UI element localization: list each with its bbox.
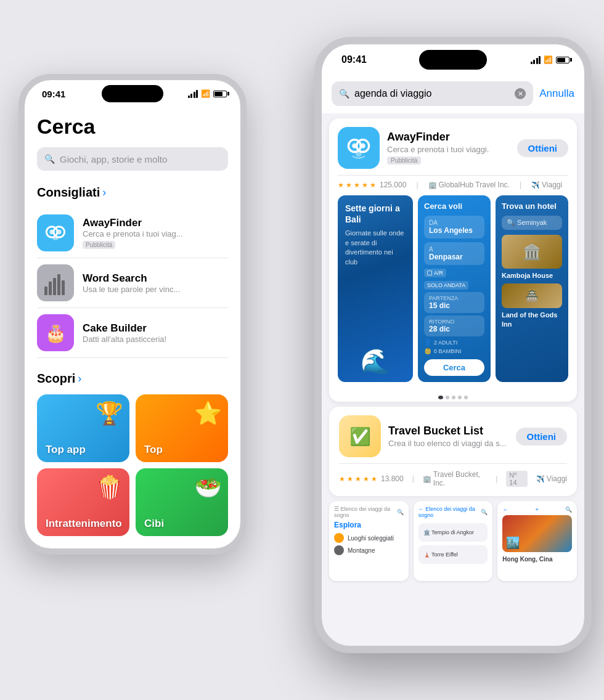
cakebuilder-info: Cake Builder Datti all'alta pasticceria! [83, 322, 228, 344]
hotel-title: Trova un hotel [502, 201, 562, 211]
search-icon: 🔍 [339, 89, 349, 99]
preview-list-item-2: 🗼 Torre Eiffel [418, 545, 488, 564]
svg-point-14 [361, 144, 365, 149]
preview-list-item-1: 🏛️ Tempio di Angkor [418, 523, 488, 542]
bucket-list-icon: ✅ [339, 415, 381, 457]
second-app-meta: ★ ★ ★ ★ ★ 13.800 | 🏢 Travel Bucket, Inc.… [339, 463, 567, 487]
awayfinder-info: AwayFinder Cerca e prenota i tuoi viag..… [83, 217, 228, 250]
cerca-button[interactable]: Cerca [424, 359, 484, 376]
partenza-row: PARTENZA 15 dic [424, 292, 484, 313]
bali-banner[interactable]: Sette giorni a Bali Giornate sulle onde … [338, 195, 413, 382]
preview-search-2: 🔍 [481, 509, 488, 515]
bucket-list-name: Travel Bucket List [388, 425, 508, 437]
promoted-app-info: AwayFinder Cerca e prenota i tuoi viaggi… [387, 131, 510, 165]
front-phone-time: 09:41 [341, 54, 367, 65]
dot-2 [446, 396, 449, 399]
preview-item-text-2: Montagne [348, 547, 375, 554]
back-phone-statusbar: 09:41 📶 [25, 80, 240, 107]
preview-frame-2[interactable]: ← Elenco dei viaggi da sogno 🔍 🏛️ Tempio… [414, 501, 493, 581]
list-item[interactable]: Word Search Usa le tue parole per vinc..… [37, 258, 228, 308]
scopri-card-cibi[interactable]: Cibi 🥗 [136, 468, 228, 536]
second-rating-count: 13.800 [381, 474, 404, 483]
clear-search-button[interactable]: ✕ [515, 88, 526, 99]
annulla-button[interactable]: Annulla [539, 88, 574, 100]
cerca-title: Cerca [37, 115, 228, 139]
cibi-emoji: 🥗 [194, 474, 222, 500]
adulti-icon: 👤 [424, 339, 431, 346]
preview-search-3: 🔍 [565, 507, 572, 513]
scopri-grid: Top app 🏆 Top ⭐ Intrattenimento 🍿 Cibi 🥗 [37, 394, 228, 536]
preview-frame-3[interactable]: ← + 🔍 🏙️ Hong Kong, Cina [497, 501, 577, 581]
hotel-image-2: 🏯 [502, 283, 562, 308]
hotel-banner[interactable]: Trova un hotel 🔍 Seminyak 🏛️ Kamboja Hou… [496, 195, 568, 382]
battery-icon [556, 57, 569, 63]
cibi-label: Cibi [144, 518, 164, 530]
rank-badge: Nº 14 [506, 471, 528, 487]
dot-5 [464, 396, 468, 399]
hotel-card-2: 🏯 Land of the Gods Inn [502, 283, 562, 328]
pub-badge: Pubblicità [83, 241, 115, 249]
preview-header-2: ← Elenco dei viaggi da sogno 🔍 [418, 506, 488, 518]
preview-frame-1[interactable]: ☰ Elenco dei viaggi da sogno 🔍 Esplora L… [329, 501, 409, 581]
back-phone-status-icons: 📶 [188, 89, 227, 98]
promoted-app-name: AwayFinder [387, 131, 510, 144]
ar-tag: A/R [424, 269, 446, 277]
bucket-list-ottieni-button[interactable]: Ottieni [516, 428, 568, 446]
voli-banner[interactable]: Cerca voli DA Los Angeles A Denpasar [418, 195, 491, 382]
svg-point-2 [53, 237, 59, 240]
flight-to: A Denpasar [424, 242, 484, 265]
preview-nav-2: ← Elenco dei viaggi da sogno [418, 506, 481, 518]
wordsearch-desc: Usa le tue parole per vinc... [83, 285, 228, 294]
wifi-icon: 📶 [201, 89, 210, 98]
wordsearch-icon [37, 264, 74, 301]
from-city: Los Angeles [429, 226, 480, 235]
preview-search-1: 🔍 [397, 509, 404, 515]
topapp-emoji: 🏆 [96, 401, 123, 426]
preview-item-2: Montagne [334, 545, 404, 555]
svg-point-4 [57, 230, 61, 234]
scopri-card-intrattenimento[interactable]: Intrattenimento 🍿 [37, 468, 129, 536]
voli-title: Cerca voli [424, 201, 484, 211]
from-label: DA [429, 219, 480, 226]
preview-title-1: Esplora [334, 521, 404, 529]
second-developer: 🏢 Travel Bucket, Inc. [423, 470, 487, 487]
front-phone: 09:41 📶 🔍 agenda di viag [314, 37, 592, 653]
battery-icon [213, 91, 227, 97]
wave-visual: 🌊 [338, 347, 413, 376]
hotel-search: 🔍 Seminyak [502, 216, 562, 230]
list-item[interactable]: AwayFinder Cerca e prenota i tuoi viag..… [37, 208, 228, 258]
front-phone-content: 🔍 agenda di viaggio ✕ Annulla [322, 75, 584, 646]
scopri-card-topapp[interactable]: Top app 🏆 [37, 394, 129, 462]
scopri-header: Scopri › [37, 372, 228, 386]
promoted-app-icon [338, 127, 380, 169]
back-search-box[interactable]: 🔍 Giochi, app, storie e molto [37, 147, 228, 171]
preview-nav-3: ← [502, 506, 508, 513]
svg-point-13 [352, 144, 357, 149]
scopri-section: Scopri › Top app 🏆 Top ⭐ Intrattenimento… [37, 372, 228, 536]
back-phone-time: 09:41 [42, 89, 65, 99]
hotel-image: 🏛️ [502, 235, 562, 269]
second-category: ✈️ Viaggi [536, 474, 567, 483]
rating-count: 125.000 [380, 181, 406, 189]
svg-rect-6 [49, 282, 52, 295]
scopri-chevron[interactable]: › [78, 372, 81, 385]
hongkong-image: 🏙️ [502, 515, 572, 552]
svg-rect-5 [44, 287, 47, 295]
svg-rect-9 [62, 280, 65, 295]
scopri-card-top[interactable]: Top ⭐ [136, 394, 228, 462]
second-app-info: Travel Bucket List Crea il tuo elenco di… [388, 425, 508, 448]
partenza-label: PARTENZA [429, 295, 480, 301]
dot-1 [438, 396, 443, 399]
cakebuilder-name: Cake Builder [83, 322, 228, 335]
consigliati-chevron[interactable]: › [102, 186, 106, 199]
top-label: Top [144, 444, 163, 456]
bambini-icon: 👶 [424, 348, 431, 354]
preview-item-text-1: Luoghi soleggiati [348, 535, 394, 542]
bambini-text: 0 BAMBINI [434, 348, 462, 354]
front-search-bar[interactable]: 🔍 agenda di viaggio ✕ [332, 81, 533, 106]
flight-from: DA Los Angeles [424, 216, 484, 238]
promoted-app-meta: ★ ★ ★ ★ ★ 125.000 | 🏢 GlobalHub Travel I… [338, 175, 568, 195]
list-item[interactable]: 🎂 Cake Builder Datti all'alta pasticceri… [37, 308, 228, 358]
promoted-ottieni-button[interactable]: Ottieni [517, 139, 569, 157]
preview-item-1: Luoghi soleggiati [334, 533, 404, 543]
